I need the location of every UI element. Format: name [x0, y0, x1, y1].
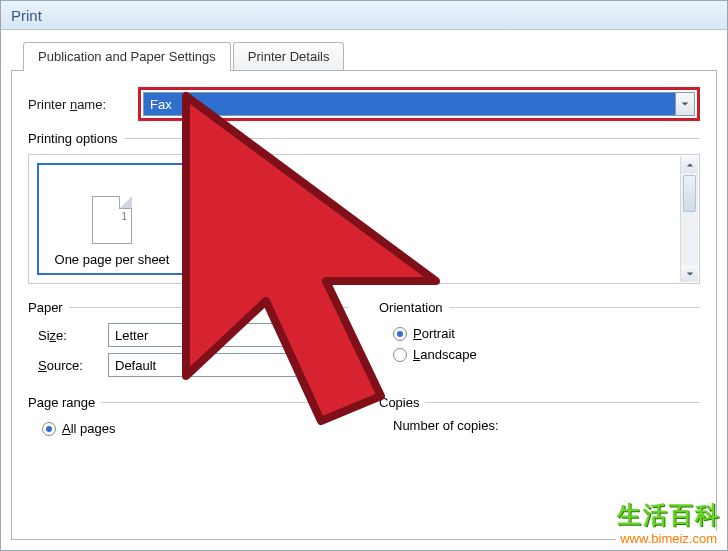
copies-group: Copies Number of copies: [379, 389, 700, 439]
printer-name-row: Printer name: Fax [28, 87, 700, 121]
titlebar: Print [1, 1, 727, 30]
scrollbar[interactable] [680, 156, 698, 282]
dialog-body: Publication and Paper Settings Printer D… [1, 30, 727, 540]
tab-strip: Publication and Paper Settings Printer D… [23, 40, 727, 70]
radio-all-pages[interactable]: All pages [28, 418, 349, 439]
printer-name-dropdown-button[interactable] [675, 93, 694, 115]
tab-panel: Printer name: Fax Printing options [11, 70, 717, 540]
window-title: Print [11, 7, 42, 24]
radio-dot-icon [393, 348, 407, 362]
printing-options-heading: Printing options [28, 131, 700, 146]
radio-dot-icon [393, 327, 407, 341]
range-copies-row: Page range All pages Copies Number of co… [28, 389, 700, 439]
paper-source-label: Source: [28, 358, 108, 373]
page-range-heading: Page range [28, 395, 349, 410]
paper-group: Paper Size: Letter [28, 294, 349, 383]
chevron-down-icon [335, 361, 343, 369]
chevron-down-icon [686, 270, 694, 278]
printer-name-highlight: Fax [138, 87, 700, 121]
printer-name-value: Fax [144, 97, 675, 112]
option-label: One page per sheet [55, 252, 170, 267]
page-icon: 1 [92, 196, 132, 244]
paper-source-combo[interactable]: Default [108, 353, 349, 377]
scroll-thumb[interactable] [683, 175, 696, 212]
paper-source-row: Source: Default [28, 353, 349, 377]
scroll-up-button[interactable] [681, 156, 698, 173]
option-one-page-per-sheet[interactable]: 1 One page per sheet [37, 163, 187, 275]
scroll-down-button[interactable] [681, 265, 698, 282]
paper-source-dropdown-button[interactable] [329, 354, 348, 376]
chevron-up-icon [686, 161, 694, 169]
radio-portrait[interactable]: Portrait [379, 323, 700, 344]
copies-heading: Copies [379, 395, 700, 410]
printer-name-label: Printer name: [28, 97, 138, 112]
radio-landscape[interactable]: Landscape [379, 344, 700, 365]
tab-printer-details[interactable]: Printer Details [233, 42, 345, 70]
orientation-group: Orientation Portrait Landscape [379, 294, 700, 383]
printing-options-list[interactable]: 1 One page per sheet [28, 154, 700, 284]
chevron-down-icon [681, 100, 689, 108]
paper-source-value: Default [109, 358, 329, 373]
page-range-group: Page range All pages [28, 389, 349, 439]
chevron-down-icon [335, 331, 343, 339]
paper-size-value: Letter [109, 328, 329, 343]
print-dialog: Print Publication and Paper Settings Pri… [0, 0, 728, 551]
paper-size-label: Size: [28, 328, 108, 343]
paper-size-row: Size: Letter [28, 323, 349, 347]
number-of-copies-label: Number of copies: [393, 418, 499, 433]
printer-name-combo[interactable]: Fax [143, 92, 695, 116]
paper-orientation-row: Paper Size: Letter [28, 294, 700, 383]
paper-size-combo[interactable]: Letter [108, 323, 349, 347]
tab-publication-paper[interactable]: Publication and Paper Settings [23, 42, 231, 71]
paper-size-dropdown-button[interactable] [329, 324, 348, 346]
radio-dot-icon [42, 422, 56, 436]
number-of-copies-row: Number of copies: [379, 418, 700, 433]
paper-heading: Paper [28, 300, 349, 315]
orientation-heading: Orientation [379, 300, 700, 315]
